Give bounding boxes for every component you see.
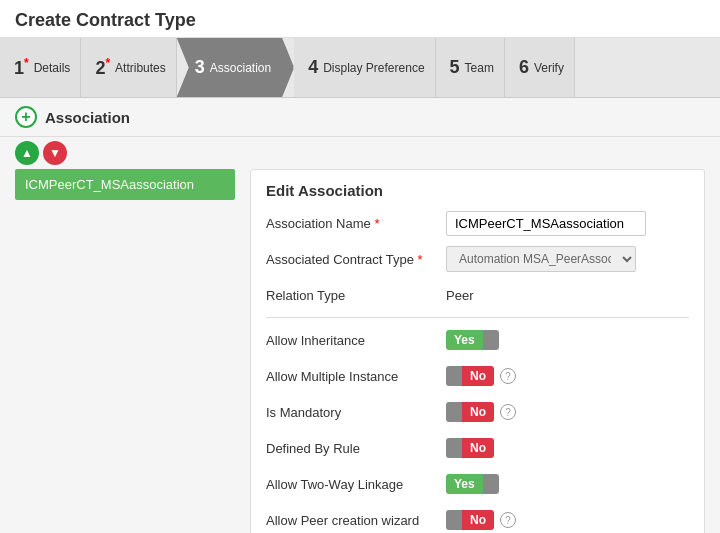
is-mandatory-toggle: No ? (446, 402, 516, 422)
association-list-item[interactable]: ICMPeerCT_MSAassociation (15, 169, 235, 200)
add-association-button[interactable]: + (15, 106, 37, 128)
allow-multiple-toggle: No ? (446, 366, 516, 386)
step-1-number: 1 (14, 56, 29, 79)
defined-by-rule-no[interactable]: No (462, 438, 494, 458)
assoc-name-row: Association Name * (266, 209, 689, 237)
is-mandatory-row: Is Mandatory No ? (266, 398, 689, 426)
defined-by-rule-toggle: No (446, 438, 494, 458)
allow-multiple-help-icon[interactable]: ? (500, 368, 516, 384)
step-4-label: Display Preference (323, 61, 424, 75)
defined-by-rule-label: Defined By Rule (266, 441, 446, 456)
allow-two-way-toggle-switch[interactable]: Yes (446, 474, 499, 494)
relation-type-value: Peer (446, 288, 689, 303)
relation-type-row: Relation Type Peer (266, 281, 689, 309)
step-6-label: Verify (534, 61, 564, 75)
split-area: ICMPeerCT_MSAassociation Edit Associatio… (0, 169, 720, 533)
step-4-number: 4 (308, 57, 318, 78)
step-5-number: 5 (450, 57, 460, 78)
wizard-steps: 1 Details 2 Attributes 3 Association 4 D… (0, 38, 720, 98)
step-5-label: Team (465, 61, 494, 75)
association-list: ICMPeerCT_MSAassociation (15, 169, 235, 533)
wizard-step-5[interactable]: 5 Team (436, 38, 505, 97)
defined-by-rule-row: Defined By Rule No (266, 434, 689, 462)
step-2-label: Attributes (115, 61, 166, 75)
page-title: Create Contract Type (0, 0, 720, 38)
allow-multiple-label: Allow Multiple Instance (266, 369, 446, 384)
assoc-name-label: Association Name * (266, 216, 446, 231)
defined-by-rule-yes[interactable] (446, 438, 462, 458)
association-section-title: Association (45, 109, 130, 126)
wizard-step-6[interactable]: 6 Verify (505, 38, 575, 97)
allow-inheritance-yes[interactable]: Yes (446, 330, 483, 350)
allow-peer-creation-row: Allow Peer creation wizard No ? (266, 506, 689, 533)
allow-peer-creation-toggle-switch[interactable]: No (446, 510, 494, 530)
step-2-number: 2 (95, 56, 110, 79)
wizard-step-3[interactable]: 3 Association (177, 38, 294, 97)
assoc-contract-type-select[interactable]: Automation MSA_PeerAssociat... (446, 246, 636, 272)
allow-inheritance-toggle-switch[interactable]: Yes (446, 330, 499, 350)
assoc-contract-type-select-wrap: Automation MSA_PeerAssociat... (446, 246, 636, 272)
is-mandatory-no[interactable]: No (462, 402, 494, 422)
allow-peer-creation-toggle: No ? (446, 510, 516, 530)
assoc-name-input[interactable] (446, 211, 646, 236)
is-mandatory-help-icon[interactable]: ? (500, 404, 516, 420)
is-mandatory-label: Is Mandatory (266, 405, 446, 420)
edit-association-title: Edit Association (266, 182, 689, 199)
assoc-contract-type-label: Associated Contract Type * (266, 252, 446, 267)
page-wrapper: Create Contract Type 1 Details 2 Attribu… (0, 0, 720, 533)
assoc-contract-type-row: Associated Contract Type * Automation MS… (266, 245, 689, 273)
allow-peer-creation-help-icon[interactable]: ? (500, 512, 516, 528)
relation-type-label: Relation Type (266, 288, 446, 303)
allow-inheritance-toggle: Yes (446, 330, 499, 350)
allow-two-way-no[interactable] (483, 474, 499, 494)
edit-association-panel: Edit Association Association Name * Asso… (250, 169, 705, 533)
allow-multiple-no[interactable]: No (462, 366, 494, 386)
is-mandatory-yes[interactable] (446, 402, 462, 422)
allow-peer-creation-yes[interactable] (446, 510, 462, 530)
content-area: + Association ▲ ▼ ICMPeerCT_MSAassociati… (0, 98, 720, 533)
allow-inheritance-row: Allow Inheritance Yes (266, 326, 689, 354)
step-6-number: 6 (519, 57, 529, 78)
step-1-label: Details (34, 61, 71, 75)
allow-peer-creation-no[interactable]: No (462, 510, 494, 530)
allow-two-way-toggle: Yes (446, 474, 499, 494)
wizard-step-2[interactable]: 2 Attributes (81, 38, 176, 97)
is-mandatory-toggle-switch[interactable]: No (446, 402, 494, 422)
association-header: + Association (0, 98, 720, 137)
step-3-number: 3 (195, 57, 205, 78)
wizard-step-4[interactable]: 4 Display Preference (294, 38, 435, 97)
allow-multiple-toggle-switch[interactable]: No (446, 366, 494, 386)
allow-two-way-yes[interactable]: Yes (446, 474, 483, 494)
move-up-button[interactable]: ▲ (15, 141, 39, 165)
allow-multiple-row: Allow Multiple Instance No ? (266, 362, 689, 390)
allow-two-way-row: Allow Two-Way Linkage Yes (266, 470, 689, 498)
move-down-button[interactable]: ▼ (43, 141, 67, 165)
defined-by-rule-toggle-switch[interactable]: No (446, 438, 494, 458)
allow-inheritance-label: Allow Inheritance (266, 333, 446, 348)
allow-inheritance-no[interactable] (483, 330, 499, 350)
allow-peer-creation-label: Allow Peer creation wizard (266, 513, 446, 528)
reorder-buttons: ▲ ▼ (0, 137, 720, 169)
allow-two-way-label: Allow Two-Way Linkage (266, 477, 446, 492)
allow-multiple-yes[interactable] (446, 366, 462, 386)
wizard-step-1[interactable]: 1 Details (0, 38, 81, 97)
step-3-label: Association (210, 61, 271, 75)
